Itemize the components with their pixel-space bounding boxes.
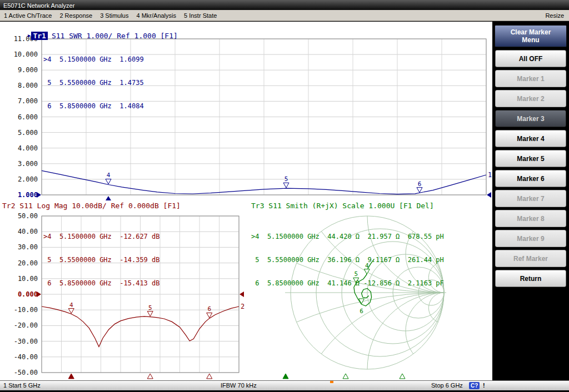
y-axis-tick: 5.000 <box>18 129 38 137</box>
active-trace-arrow-icon: ▶ <box>28 33 31 38</box>
marker-6-label: 6 <box>360 308 363 315</box>
active-marker-stimulus[interactable] <box>106 196 111 200</box>
marker-row: >4 5.1500000 GHz 1.6099 <box>43 56 144 63</box>
status-ifbw: IFBW 70 kHz <box>221 382 257 389</box>
resize-button[interactable]: Resize <box>540 12 569 19</box>
y-axis-tick: 40.00 <box>18 228 38 235</box>
trace-end-label: 1 <box>488 171 492 179</box>
trace2-marker-table: >4 5.1500000 GHz -12.627 dB 5 5.5500000 … <box>43 217 160 303</box>
marker-4-symbol[interactable] <box>106 179 111 184</box>
softkey-marker-3[interactable]: Marker 3 <box>495 110 566 127</box>
marker-4-symbol[interactable] <box>68 309 74 314</box>
marker-5-symbol[interactable] <box>283 183 289 188</box>
menubar: 1 Active Ch/Trace2 Response3 Stimulus4 M… <box>0 10 569 21</box>
trace1-title: S11 SWR 1.000/ Ref 1.000 [F1] <box>52 32 178 40</box>
marker-row: >4 5.1500000 GHz 44.420 Ω 21.957 Ω 678.5… <box>251 233 444 240</box>
softkey-ref-marker[interactable]: Ref Marker <box>495 250 566 267</box>
trace2-header: Tr2 S11 Log Mag 10.00dB/ Ref 0.000dB [F1… <box>2 202 181 210</box>
stimulus-marker[interactable] <box>343 374 348 379</box>
y-axis-tick: 10.000 <box>14 51 38 58</box>
softkey-marker-2[interactable]: Marker 2 <box>495 90 566 107</box>
softkey-marker-8[interactable]: Marker 8 <box>495 210 566 227</box>
trace3-header: Tr3 S11 Smith (R+jX) Scale 1.000U [F1 De… <box>251 202 434 210</box>
smith-reactance-arc <box>291 293 492 380</box>
y-axis-tick: 8.000 <box>18 82 38 89</box>
marker-row: 5 5.5500000 GHz 1.4735 <box>43 79 144 87</box>
marker-5-symbol[interactable] <box>147 311 153 316</box>
marker-5-label: 5 <box>284 175 288 183</box>
trace1-marker-table: >4 5.1500000 GHz 1.6099 5 5.5500000 GHz … <box>43 40 144 125</box>
y-axis-tick: 7.000 <box>18 97 38 105</box>
marker-5-label: 5 <box>148 304 152 311</box>
stimulus-marker[interactable] <box>283 374 288 379</box>
menu-item-3[interactable]: 3 Stimulus <box>96 12 132 19</box>
marker-6-label: 6 <box>207 305 211 313</box>
menu-item-1[interactable]: 1 Active Ch/Trace <box>0 12 56 19</box>
y-axis-tick: -30.00 <box>14 338 38 345</box>
softkey-return[interactable]: Return <box>495 270 566 287</box>
menu-item-4[interactable]: 4 Mkr/Analysis <box>132 12 180 19</box>
y-axis-tick: 6.000 <box>18 113 38 121</box>
softkey-buttons: All OFFMarker 1Marker 2Marker 3Marker 4M… <box>492 50 569 287</box>
softkey-marker-5[interactable]: Marker 5 <box>495 150 566 167</box>
marker-6-symbol[interactable] <box>417 188 422 193</box>
trace1-badge[interactable]: Tr1 <box>31 32 47 40</box>
y-axis-tick: 20.00 <box>18 259 38 267</box>
y-axis-tick: -40.00 <box>14 353 38 361</box>
marker-row: 6 5.8500000 GHz -15.413 dB <box>43 279 160 287</box>
status-start-frequency: 1 Start 5 GHz <box>3 382 41 389</box>
status-stop-frequency: Stop 6 GHz <box>431 382 463 389</box>
y-axis-tick: -10.00 <box>14 306 38 314</box>
y-axis-tick: 2.000 <box>18 175 38 183</box>
titlebar[interactable]: E5071C Network Analyzer <box>0 0 569 10</box>
softkey-marker-9[interactable]: Marker 9 <box>495 230 566 247</box>
statusbar: 1 Start 5 GHz IFBW 70 kHz Stop 6 GHz C? … <box>0 380 569 390</box>
status-orange-tick <box>330 381 333 383</box>
ref-level-pointer-left <box>37 292 41 297</box>
stimulus-marker[interactable] <box>207 374 212 379</box>
y-axis-tick: -20.00 <box>14 321 38 329</box>
stimulus-marker-row <box>68 374 405 379</box>
ref-level-pointer-left <box>37 192 41 198</box>
marker-row: 6 5.8500000 GHz 41.146 Ω -12.856 Ω 2.116… <box>251 279 444 287</box>
y-axis-tick: 30.00 <box>18 243 38 251</box>
softkey-marker-4[interactable]: Marker 4 <box>495 130 566 147</box>
status-alert: ! <box>483 382 485 389</box>
stimulus-marker[interactable] <box>147 374 153 379</box>
status-cal-badge: C? <box>469 382 480 389</box>
smith-reactance-arc <box>61 293 492 380</box>
trace-pane: 11.00010.0009.0008.0007.0006.0005.0004.0… <box>0 22 492 380</box>
y-axis-tick: 9.000 <box>18 66 38 74</box>
softkey-panel: Clear Marker Menu All OFFMarker 1Marker … <box>492 22 569 380</box>
softkey-marker-6[interactable]: Marker 6 <box>495 170 566 187</box>
y-axis-tick: 3.000 <box>18 160 38 168</box>
y-axis-tick: -50.00 <box>14 369 38 376</box>
marker-row: 6 5.8500000 GHz 1.4084 <box>43 102 144 110</box>
stimulus-marker[interactable] <box>68 374 74 379</box>
y-axis-tick: 10.00 <box>18 275 38 283</box>
smith-reactance-arc <box>406 293 482 369</box>
softkey-marker-7[interactable]: Marker 7 <box>495 190 566 207</box>
ref-level-pointer-right <box>239 292 244 297</box>
ref-level-pointer-right <box>487 192 491 198</box>
softkey-marker-1[interactable]: Marker 1 <box>495 70 566 87</box>
y-axis-tick: 50.00 <box>18 212 38 220</box>
menu-item-2[interactable]: 2 Response <box>56 12 96 19</box>
window-title: E5071C Network Analyzer <box>0 1 74 11</box>
y-axis-tick: 0.000 <box>18 290 38 298</box>
marker-row: >4 5.1500000 GHz -12.627 dB <box>43 233 160 240</box>
menu-item-5[interactable]: 5 Instr State <box>180 12 221 19</box>
stimulus-marker[interactable] <box>400 374 405 379</box>
marker-row: 5 5.5500000 GHz -14.359 dB <box>43 256 160 264</box>
softkey-all-off[interactable]: All OFF <box>495 50 566 67</box>
app-window: E5071C Network Analyzer 1 Active Ch/Trac… <box>0 0 569 392</box>
y-axis-tick: 1.000 <box>18 191 38 199</box>
marker-6-label: 6 <box>418 180 422 188</box>
menu-items: 1 Active Ch/Trace2 Response3 Stimulus4 M… <box>0 12 221 19</box>
trace-end-label: 2 <box>241 303 244 310</box>
trace3-marker-table: >4 5.1500000 GHz 44.420 Ω 21.957 Ω 678.5… <box>251 217 444 303</box>
marker-row: 5 5.5500000 GHz 36.196 Ω 9.1167 Ω 261.44… <box>251 256 444 264</box>
softkey-menu-title: Clear Marker Menu <box>495 25 567 47</box>
marker-4-label: 4 <box>107 172 111 179</box>
y-axis-tick: 4.000 <box>18 144 38 152</box>
